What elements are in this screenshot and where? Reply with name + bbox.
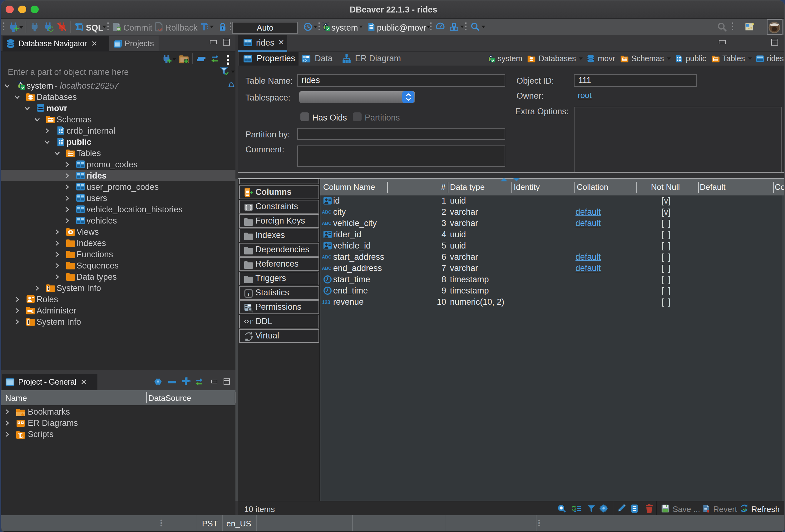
- svg-text:T: T: [249, 318, 253, 325]
- svg-text:i: i: [248, 290, 249, 297]
